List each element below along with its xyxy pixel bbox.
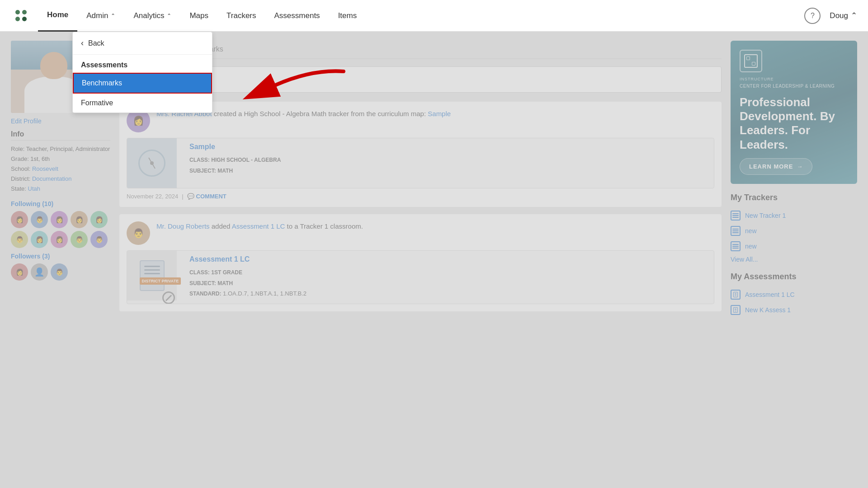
nav-trackers[interactable]: Trackers: [217, 0, 265, 32]
nav-items: Home Admin ⌃ Analytics ⌃ Maps Trackers A…: [38, 0, 804, 32]
help-button[interactable]: ?: [804, 8, 821, 24]
nav-home[interactable]: Home: [38, 0, 77, 32]
dropdown-section-title: Assessments: [73, 55, 212, 73]
nav-items[interactable]: Items: [329, 0, 366, 32]
logo[interactable]: [11, 6, 31, 26]
analytics-chevron-icon: ⌃: [167, 13, 171, 19]
nav-assessments[interactable]: Assessments: [265, 0, 329, 32]
nav-maps[interactable]: Maps: [180, 0, 217, 32]
assessments-dropdown: ‹ Back Assessments Benchmarks Formative: [72, 32, 212, 113]
nav-admin[interactable]: Admin ⌃: [77, 0, 124, 32]
user-chevron-icon: ⌃: [851, 11, 857, 20]
nav-analytics[interactable]: Analytics ⌃: [124, 0, 180, 32]
admin-chevron-icon: ⌃: [111, 13, 115, 19]
topnav: Home Admin ⌃ Analytics ⌃ Maps Trackers A…: [0, 0, 868, 32]
user-menu-button[interactable]: Doug ⌃: [830, 11, 857, 20]
dropdown-benchmarks-item[interactable]: Benchmarks: [73, 73, 212, 94]
nav-right: ? Doug ⌃: [804, 8, 857, 24]
back-arrow-icon: ‹: [81, 38, 84, 48]
dropdown-formative-item[interactable]: Formative: [73, 94, 212, 113]
dropdown-back-button[interactable]: ‹ Back: [73, 32, 212, 55]
